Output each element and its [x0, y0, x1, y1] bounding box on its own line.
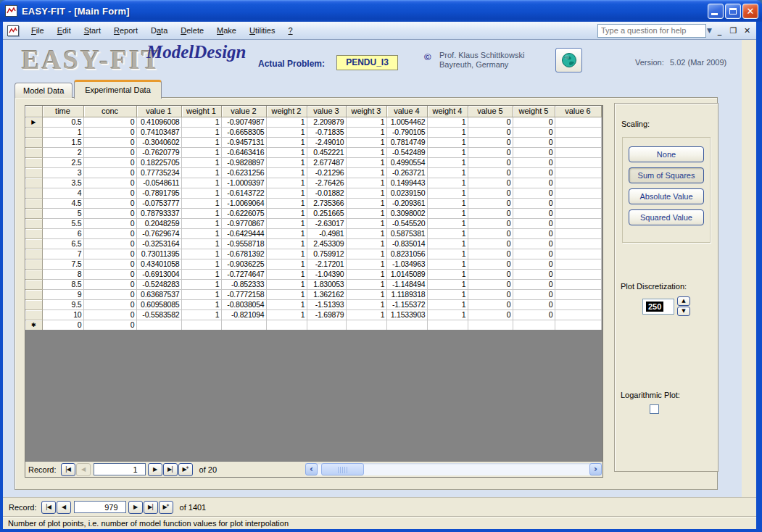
table-cell[interactable]: 0 [468, 167, 513, 178]
table-cell[interactable]: -0.9770867 [221, 218, 266, 228]
table-cell[interactable]: 0 [468, 178, 513, 188]
table-cell[interactable]: 1 [346, 249, 386, 259]
table-cell[interactable]: 1 [181, 178, 221, 188]
table-cell[interactable] [555, 167, 601, 178]
table-cell[interactable]: 1 [181, 218, 221, 228]
tab-model-data[interactable]: Model Data [15, 83, 73, 98]
table-cell[interactable]: 1 [181, 299, 221, 309]
table-cell[interactable]: 0.5875381 [386, 228, 427, 238]
table-cell[interactable]: 1.1533903 [386, 309, 427, 320]
table-cell[interactable]: 1 [181, 127, 221, 137]
table-cell[interactable]: 0 [468, 238, 513, 249]
record-new-button[interactable]: ▶* [159, 501, 173, 514]
table-cell[interactable]: 4 [42, 188, 83, 198]
table-cell[interactable]: 1 [266, 157, 307, 167]
column-header-weight-3[interactable]: weight 3 [346, 106, 386, 117]
table-cell[interactable]: 0 [513, 228, 555, 238]
table-cell[interactable]: 1 [346, 178, 386, 188]
table-cell[interactable]: 1 [266, 147, 307, 157]
table-cell[interactable]: 0 [468, 289, 513, 299]
table-cell[interactable]: 0.8231056 [386, 249, 427, 259]
table-cell[interactable]: -0.0753777 [136, 198, 181, 208]
close-button[interactable]: ✕ [742, 4, 758, 19]
table-cell[interactable]: 0 [513, 218, 555, 228]
table-cell[interactable]: 1 [427, 178, 468, 188]
table-cell[interactable]: 0 [513, 157, 555, 167]
table-cell[interactable]: 1 [181, 309, 221, 320]
table-cell[interactable]: 1 [266, 178, 307, 188]
table-cell[interactable] [555, 249, 601, 259]
table-cell[interactable]: 0 [83, 279, 136, 289]
scaling-squared-value-button[interactable]: Squared Value [629, 209, 704, 225]
table-cell[interactable] [307, 320, 346, 330]
record-next-button[interactable]: ▶ [148, 463, 162, 476]
table-cell[interactable] [555, 157, 601, 167]
table-cell[interactable]: 1 [181, 279, 221, 289]
table-cell[interactable]: 9.5 [42, 299, 83, 309]
row-selector[interactable] [25, 238, 42, 249]
table-cell[interactable]: -1.69879 [307, 309, 346, 320]
table-cell[interactable]: 0 [513, 309, 555, 320]
maximize-button[interactable] [725, 4, 741, 19]
table-cell[interactable]: 1 [181, 117, 221, 127]
table-cell[interactable]: 1 [266, 167, 307, 178]
spin-up-button[interactable]: ▲ [677, 296, 690, 306]
scroll-right-icon[interactable]: › [589, 463, 602, 475]
mdi-minimize-button[interactable]: _ [713, 25, 726, 37]
row-selector[interactable] [25, 218, 42, 228]
table-cell[interactable]: 0 [83, 299, 136, 309]
table-cell[interactable]: 1 [266, 289, 307, 299]
table-cell[interactable] [555, 289, 601, 299]
table-cell[interactable]: -2.49010 [307, 137, 346, 147]
table-cell[interactable] [266, 320, 307, 330]
table-cell[interactable]: 0 [513, 208, 555, 218]
menu-item-edit[interactable]: Edit [51, 23, 78, 38]
scrollbar-thumb[interactable] [321, 463, 364, 475]
row-selector[interactable] [25, 279, 42, 289]
table-cell[interactable]: 1 [266, 208, 307, 218]
table-cell[interactable]: 0 [83, 198, 136, 208]
table-cell[interactable]: 0 [513, 127, 555, 137]
column-header-value-4[interactable]: value 4 [386, 106, 427, 117]
table-cell[interactable] [555, 117, 601, 127]
table-cell[interactable] [181, 320, 221, 330]
table-cell[interactable]: 0 [83, 269, 136, 279]
table-cell[interactable]: 6.5 [42, 238, 83, 249]
table-cell[interactable] [555, 127, 601, 137]
table-cell[interactable]: -0.5248283 [136, 279, 181, 289]
table-cell[interactable] [555, 309, 601, 320]
table-cell[interactable]: 0 [83, 127, 136, 137]
table-cell[interactable]: 0 [468, 117, 513, 127]
plot-discretization-field[interactable]: 250 [642, 299, 674, 315]
row-selector[interactable]: ▶ [25, 117, 42, 127]
table-cell[interactable]: 0.3098002 [386, 208, 427, 218]
table-cell[interactable]: 3.5 [42, 178, 83, 188]
table-cell[interactable]: 1 [266, 279, 307, 289]
table-cell[interactable]: 1 [266, 228, 307, 238]
table-cell[interactable]: -0.542489 [386, 147, 427, 157]
table-cell[interactable]: 1.0054462 [386, 117, 427, 127]
table-cell[interactable]: -0.7772158 [221, 289, 266, 299]
table-cell[interactable]: 0 [83, 309, 136, 320]
table-cell[interactable]: -0.6429444 [221, 228, 266, 238]
table-cell[interactable] [555, 259, 601, 269]
table-cell[interactable]: 1 [346, 137, 386, 147]
table-cell[interactable]: 2.453309 [307, 238, 346, 249]
chevron-down-icon[interactable]: ▼ [707, 25, 712, 37]
table-cell[interactable]: 0.18225705 [136, 157, 181, 167]
table-cell[interactable]: 10 [42, 309, 83, 320]
table-cell[interactable]: 1 [346, 228, 386, 238]
table-cell[interactable]: 1 [181, 259, 221, 269]
table-cell[interactable]: 1 [427, 157, 468, 167]
table-cell[interactable]: 1 [346, 188, 386, 198]
table-cell[interactable]: 1 [266, 218, 307, 228]
menu-item-8[interactable]: ? [281, 23, 299, 38]
table-cell[interactable]: 0 [468, 157, 513, 167]
table-cell[interactable]: 0.5 [42, 117, 83, 127]
row-selector[interactable] [25, 198, 42, 208]
table-cell[interactable]: 0 [513, 167, 555, 178]
table-cell[interactable]: -0.3253164 [136, 238, 181, 249]
table-cell[interactable]: 0.73011395 [136, 249, 181, 259]
row-selector[interactable] [25, 208, 42, 218]
table-cell[interactable]: 1 [266, 127, 307, 137]
